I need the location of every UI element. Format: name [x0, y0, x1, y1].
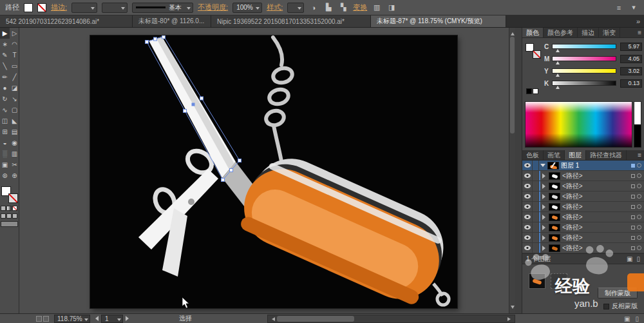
path-thumbnail[interactable] [549, 224, 560, 231]
tab-pathfinder[interactable]: 路径查找器 [586, 150, 627, 160]
distribute-objects-icon[interactable]: ▚ [338, 3, 348, 12]
magenta-value-field[interactable]: 4.05 [620, 55, 642, 63]
column-graph-tool[interactable]: ▥ [10, 148, 19, 159]
black-slider-marker[interactable] [556, 84, 560, 89]
expand-toggle[interactable] [540, 225, 548, 230]
layer-sub-row[interactable]: <路径> [522, 191, 644, 202]
rectangle-tool[interactable]: ▭ [10, 61, 19, 72]
tab-swatches[interactable]: 色板 [522, 150, 544, 160]
prev-artboard-icon[interactable] [93, 316, 99, 321]
document-tab-3[interactable]: Nipic 19369522 20150817013353152000.ai* [211, 15, 371, 27]
draw-inside-button[interactable] [12, 213, 17, 219]
scroll-left-icon[interactable] [270, 317, 275, 321]
expand-toggle[interactable] [540, 184, 548, 189]
magenta-slider[interactable] [552, 56, 616, 61]
visibility-toggle[interactable] [522, 181, 533, 191]
shape-mode-icon[interactable]: ◨ [386, 3, 397, 12]
visibility-toggle[interactable] [522, 222, 533, 232]
layer-sub-row[interactable]: <路径> [522, 171, 644, 181]
line-segment-tool[interactable]: ╲ [0, 61, 10, 72]
width-tool[interactable]: ∿ [0, 104, 10, 115]
transform-link[interactable]: 变换 [353, 3, 367, 12]
yellow-slider-marker[interactable] [556, 72, 560, 77]
page-tile-icon[interactable] [43, 316, 49, 322]
cyan-value-field[interactable]: 5.97 [620, 43, 642, 51]
visibility-toggle[interactable] [522, 233, 533, 242]
lock-toggle[interactable] [533, 181, 539, 191]
transform-panel-icon[interactable]: ▥ [372, 3, 382, 12]
stroke-color-swatch[interactable] [37, 3, 46, 12]
gradient-tool[interactable]: ▤ [10, 126, 19, 137]
lock-toggle[interactable] [533, 212, 539, 222]
draw-behind-button[interactable] [6, 213, 12, 219]
target-circle[interactable] [637, 215, 641, 219]
path-thumbnail[interactable] [549, 213, 560, 221]
paintbrush-tool[interactable]: ✏ [0, 72, 10, 83]
path-name[interactable]: <路径> [562, 171, 631, 181]
panel-menu-icon[interactable]: ≡ [635, 150, 644, 160]
opacity-combo[interactable]: 100% [232, 3, 262, 13]
artboard-tool[interactable]: ▣ [0, 159, 10, 170]
blob-brush-tool[interactable]: ● [0, 83, 10, 93]
tab-overflow-icon[interactable]: » [632, 15, 644, 27]
type-tool[interactable]: T [10, 50, 19, 61]
delete-layer-icon[interactable]: ▯ [636, 255, 640, 262]
horizontal-scrollbar[interactable] [267, 315, 515, 323]
path-thumbnail[interactable] [549, 234, 560, 242]
target-circle[interactable] [637, 163, 641, 168]
horizontal-scroll-thumb[interactable] [277, 316, 354, 322]
panel-stroke-box[interactable] [533, 50, 541, 59]
path-thumbnail[interactable] [549, 172, 560, 180]
make-mask-button[interactable]: 制作蒙版 [598, 288, 638, 299]
path-name[interactable]: <路径> [562, 192, 631, 201]
mesh-tool[interactable]: ⊞ [0, 126, 10, 137]
vertical-scroll-thumb[interactable] [510, 37, 515, 133]
panel-new-icon[interactable]: ▣ [624, 315, 630, 322]
document-tab-1[interactable]: 542 20190703122623914086.ai* [0, 15, 133, 27]
document-tab-2[interactable]: 未标题-80* @ 1126.0... [133, 15, 211, 27]
layer-thumbnail[interactable] [547, 162, 559, 170]
black-value-field[interactable]: 0.13 [620, 79, 642, 88]
stroke-profile-combo[interactable] [102, 3, 128, 13]
direct-selection-tool[interactable]: ▷ [10, 28, 19, 39]
visibility-toggle[interactable] [522, 161, 533, 170]
new-layer-icon[interactable]: ▣ [627, 255, 632, 262]
style-combo[interactable] [287, 3, 304, 13]
visibility-toggle[interactable] [522, 202, 533, 211]
path-name[interactable]: <路径> [562, 182, 631, 191]
panel-delete-icon[interactable]: ▯ [635, 315, 639, 322]
eraser-tool[interactable]: ◪ [10, 83, 19, 93]
none-mode-button[interactable] [12, 206, 17, 211]
draw-normal-button[interactable] [1, 213, 6, 219]
layer-header-row[interactable]: 图层 1 [522, 161, 644, 171]
control-menu-icon[interactable]: ≡ [614, 4, 624, 12]
layer-sub-row[interactable]: <路径> [522, 181, 644, 191]
lock-toggle[interactable] [533, 222, 539, 232]
scroll-down-icon[interactable] [511, 306, 515, 311]
zoom-level-combo[interactable]: 118.75% [54, 315, 90, 323]
lasso-tool[interactable]: ◠ [10, 39, 19, 50]
expand-toggle[interactable] [540, 204, 548, 210]
layer-sub-row[interactable]: <路径> [522, 212, 644, 222]
recolor-artwork-icon[interactable]: ◑ [308, 4, 319, 12]
visibility-toggle[interactable] [522, 243, 533, 253]
color-mode-button[interactable] [1, 206, 6, 211]
magic-wand-tool[interactable]: ∗ [0, 39, 10, 50]
stroke-link[interactable]: 描边: [51, 3, 67, 12]
target-circle[interactable] [637, 225, 641, 230]
spectrum-white-swatch[interactable] [634, 102, 641, 124]
black-slider[interactable] [552, 81, 616, 86]
scroll-up-icon[interactable] [511, 30, 515, 35]
page-tile-icon[interactable] [36, 316, 42, 322]
lock-toggle[interactable] [533, 233, 539, 242]
path-thumbnail[interactable] [549, 244, 560, 252]
yellow-value-field[interactable]: 3.02 [620, 67, 642, 75]
hand-tool[interactable]: ⊛ [0, 170, 10, 181]
artboard-nav-combo[interactable]: 1 [101, 315, 123, 323]
perspective-grid-tool[interactable]: ◣ [10, 115, 19, 126]
path-name[interactable]: <路径> [562, 202, 631, 211]
opacity-link[interactable]: 不透明度: [198, 3, 228, 12]
object-thumbnail[interactable] [529, 273, 545, 289]
style-link[interactable]: 样式: [267, 3, 283, 12]
layer-sub-row[interactable]: <路径> [522, 202, 644, 212]
